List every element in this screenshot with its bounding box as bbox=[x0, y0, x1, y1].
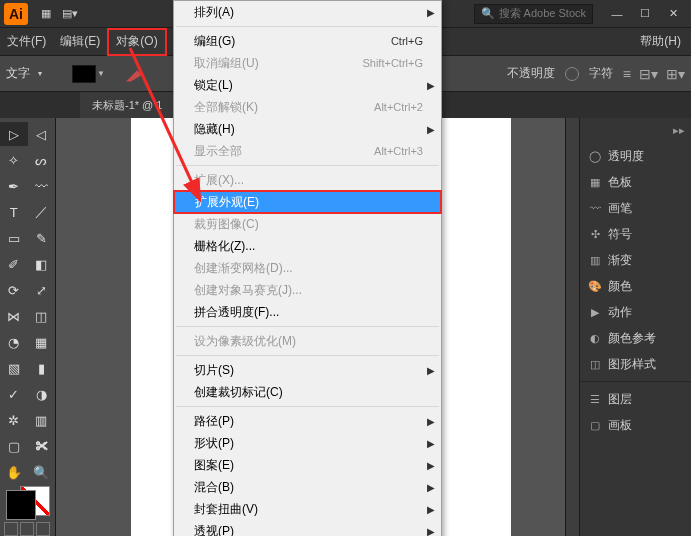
opacity-label[interactable]: 不透明度 bbox=[507, 65, 555, 82]
dd-pattern[interactable]: 图案(E)▶ bbox=[174, 454, 441, 476]
symbol-sprayer-tool[interactable]: ✲ bbox=[0, 408, 28, 432]
swatches-icon: ▦ bbox=[588, 175, 602, 189]
width-tool[interactable]: ⋈ bbox=[0, 304, 28, 328]
panels-dock: ▸▸ ◯透明度 ▦色板 〰画笔 ✣符号 ▥渐变 🎨颜色 ▶动作 ◐颜色参考 ◫图… bbox=[579, 118, 691, 536]
ctrl-mode-caret-icon[interactable]: ▾ bbox=[38, 69, 42, 78]
gradient-tool[interactable]: ▮ bbox=[28, 356, 56, 380]
line-tool[interactable]: ／ bbox=[28, 200, 56, 224]
panel-layers[interactable]: ☰图层 bbox=[580, 386, 691, 412]
dock-collapse-icon[interactable]: ▸▸ bbox=[673, 124, 685, 137]
zoom-tool[interactable]: 🔍 bbox=[28, 460, 56, 484]
panel-transparency[interactable]: ◯透明度 bbox=[580, 143, 691, 169]
panel-label: 渐变 bbox=[608, 252, 632, 269]
dd-flatten[interactable]: 拼合透明度(F)... bbox=[174, 301, 441, 323]
dd-expand[interactable]: 扩展(X)... bbox=[174, 169, 441, 191]
eyedropper-icon[interactable] bbox=[126, 66, 142, 82]
dd-envelope[interactable]: 封套扭曲(V)▶ bbox=[174, 498, 441, 520]
dd-blend[interactable]: 混合(B)▶ bbox=[174, 476, 441, 498]
character-label[interactable]: 字符 bbox=[589, 65, 613, 82]
layers-icon: ☰ bbox=[588, 392, 602, 406]
mode-none-icon[interactable] bbox=[36, 522, 50, 536]
magic-wand-tool[interactable]: ✧ bbox=[0, 148, 28, 172]
dd-crop-image[interactable]: 裁剪图像(C) bbox=[174, 213, 441, 235]
close-button[interactable]: ✕ bbox=[659, 3, 687, 25]
fill-swatch[interactable] bbox=[72, 65, 96, 83]
dd-pixel-perfect[interactable]: 设为像素级优化(M) bbox=[174, 330, 441, 352]
graph-tool[interactable]: ▥ bbox=[28, 408, 56, 432]
arrange-docs-icon[interactable]: ▤▾ bbox=[62, 6, 78, 22]
blend-tool[interactable]: ◑ bbox=[28, 382, 56, 406]
menu-edit[interactable]: 编辑(E) bbox=[53, 28, 107, 56]
eyedropper-tool[interactable]: ✓ bbox=[0, 382, 28, 406]
doc-tab-1[interactable]: 未标题-1* @ 1 bbox=[80, 92, 175, 118]
shaper-tool[interactable]: ✐ bbox=[0, 252, 28, 276]
dd-expand-appearance[interactable]: 扩展外观(E) bbox=[173, 190, 442, 214]
dd-gradient-mesh[interactable]: 创建渐变网格(D)... bbox=[174, 257, 441, 279]
menu-file[interactable]: 文件(F) bbox=[0, 28, 53, 56]
panel-color[interactable]: 🎨颜色 bbox=[580, 273, 691, 299]
collapsed-panel-strip[interactable] bbox=[565, 118, 579, 536]
minimize-button[interactable]: — bbox=[603, 3, 631, 25]
perspective-tool[interactable]: ▦ bbox=[28, 330, 56, 354]
menu-help[interactable]: 帮助(H) bbox=[630, 28, 691, 56]
mode-color-icon[interactable] bbox=[4, 522, 18, 536]
dd-path[interactable]: 路径(P)▶ bbox=[174, 410, 441, 432]
dd-group[interactable]: 编组(G)Ctrl+G bbox=[174, 30, 441, 52]
panel-swatches[interactable]: ▦色板 bbox=[580, 169, 691, 195]
dd-ungroup[interactable]: 取消编组(U)Shift+Ctrl+G bbox=[174, 52, 441, 74]
menu-object[interactable]: 对象(O) bbox=[107, 28, 166, 56]
fill-stroke-swatch[interactable] bbox=[6, 490, 50, 516]
paintbrush-tool[interactable]: ✎ bbox=[28, 226, 56, 250]
dd-trim-marks[interactable]: 创建裁切标记(C) bbox=[174, 381, 441, 403]
pen-tool[interactable]: ✒ bbox=[0, 174, 28, 198]
panel-graphic-styles[interactable]: ◫图形样式 bbox=[580, 351, 691, 377]
maximize-button[interactable]: ☐ bbox=[631, 3, 659, 25]
panel-color-guide[interactable]: ◐颜色参考 bbox=[580, 325, 691, 351]
eraser-tool[interactable]: ◧ bbox=[28, 252, 56, 276]
dd-shape[interactable]: 形状(P)▶ bbox=[174, 432, 441, 454]
dd-object-mosaic[interactable]: 创建对象马赛克(J)... bbox=[174, 279, 441, 301]
dd-lock[interactable]: 锁定(L)▶ bbox=[174, 74, 441, 96]
dd-rasterize[interactable]: 栅格化(Z)... bbox=[174, 235, 441, 257]
panel-brushes[interactable]: 〰画笔 bbox=[580, 195, 691, 221]
align-icon[interactable]: ⊟▾ bbox=[639, 66, 658, 82]
selection-tool[interactable]: ▷ bbox=[0, 122, 28, 146]
brushes-icon: 〰 bbox=[588, 201, 602, 215]
title-toolbar: ▦ ▤▾ bbox=[38, 6, 78, 22]
panel-actions[interactable]: ▶动作 bbox=[580, 299, 691, 325]
dd-show-all[interactable]: 显示全部Alt+Ctrl+3 bbox=[174, 140, 441, 162]
direct-selection-tool[interactable]: ◁ bbox=[28, 122, 56, 146]
window-controls: — ☐ ✕ bbox=[603, 3, 687, 25]
transform-icon[interactable]: ⊞▾ bbox=[666, 66, 685, 82]
stock-search[interactable]: 🔍 搜索 Adobe Stock bbox=[474, 4, 593, 24]
paragraph-icon[interactable]: ≡ bbox=[623, 66, 631, 82]
free-transform-tool[interactable]: ◫ bbox=[28, 304, 56, 328]
dd-slice[interactable]: 切片(S)▶ bbox=[174, 359, 441, 381]
curvature-tool[interactable]: 〰 bbox=[28, 174, 56, 198]
artboard-tool[interactable]: ▢ bbox=[0, 434, 28, 458]
slice-tool[interactable]: ✀ bbox=[28, 434, 56, 458]
dd-hide[interactable]: 隐藏(H)▶ bbox=[174, 118, 441, 140]
rotate-tool[interactable]: ⟳ bbox=[0, 278, 28, 302]
lasso-tool[interactable]: ᔕ bbox=[28, 148, 56, 172]
fill-swatch-big[interactable] bbox=[6, 490, 36, 520]
panel-artboards[interactable]: ▢画板 bbox=[580, 412, 691, 438]
toolbox: ▷◁ ✧ᔕ ✒〰 T／ ▭✎ ✐◧ ⟳⤢ ⋈◫ ◔▦ ▧▮ ✓◑ ✲▥ ▢✀ ✋… bbox=[0, 118, 56, 536]
submenu-arrow-icon: ▶ bbox=[427, 124, 435, 135]
shape-builder-tool[interactable]: ◔ bbox=[0, 330, 28, 354]
bridge-icon[interactable]: ▦ bbox=[38, 6, 54, 22]
type-tool[interactable]: T bbox=[0, 200, 28, 224]
panel-gradient[interactable]: ▥渐变 bbox=[580, 247, 691, 273]
rectangle-tool[interactable]: ▭ bbox=[0, 226, 28, 250]
dd-unlock-all[interactable]: 全部解锁(K)Alt+Ctrl+2 bbox=[174, 96, 441, 118]
hand-tool[interactable]: ✋ bbox=[0, 460, 28, 484]
mesh-tool[interactable]: ▧ bbox=[0, 356, 28, 380]
panel-symbols[interactable]: ✣符号 bbox=[580, 221, 691, 247]
globe-icon[interactable] bbox=[565, 67, 579, 81]
dd-arrange[interactable]: 排列(A)▶ bbox=[174, 1, 441, 23]
scale-tool[interactable]: ⤢ bbox=[28, 278, 56, 302]
mode-gradient-icon[interactable] bbox=[20, 522, 34, 536]
color-modes bbox=[0, 522, 55, 536]
ctrl-icons: ≡ ⊟▾ ⊞▾ bbox=[623, 66, 685, 82]
dd-perspective[interactable]: 透视(P)▶ bbox=[174, 520, 441, 536]
